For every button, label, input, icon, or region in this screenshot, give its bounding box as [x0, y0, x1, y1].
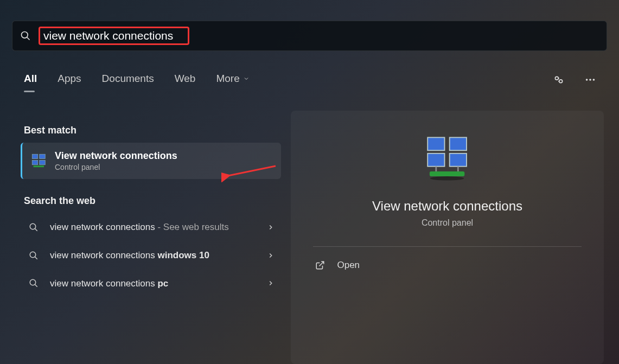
tab-more[interactable]: More — [216, 73, 249, 85]
chevron-right-icon — [267, 223, 275, 231]
svg-line-27 — [320, 261, 324, 266]
best-match-subtitle: Control panel — [55, 163, 177, 171]
tab-all[interactable]: All — [24, 73, 37, 85]
search-icon — [27, 251, 40, 260]
best-match-title: View network connections — [55, 150, 177, 162]
svg-rect-20 — [449, 137, 466, 150]
web-result-3[interactable]: view network connections pc — [21, 270, 281, 298]
svg-point-3 — [559, 80, 563, 83]
tab-web[interactable]: Web — [175, 73, 196, 85]
open-label: Open — [337, 260, 360, 271]
web-result-text: view network connections pc — [50, 277, 257, 290]
best-match-result[interactable]: View network connections Control panel — [21, 143, 281, 179]
svg-point-4 — [586, 79, 588, 81]
chevron-right-icon — [267, 279, 275, 287]
search-input[interactable] — [43, 29, 184, 42]
search-icon — [27, 278, 40, 288]
svg-point-13 — [30, 223, 36, 229]
svg-line-18 — [35, 285, 37, 288]
panel-subtitle: Control panel — [422, 218, 473, 228]
filter-tabs: All Apps Documents Web More — [24, 73, 250, 85]
svg-rect-10 — [40, 160, 46, 164]
svg-rect-19 — [427, 137, 444, 150]
svg-line-16 — [35, 257, 37, 259]
svg-rect-21 — [427, 154, 444, 167]
search-web-header: Search the web — [24, 195, 281, 207]
search-icon — [27, 222, 40, 232]
svg-line-1 — [27, 37, 30, 40]
svg-point-5 — [589, 79, 591, 81]
svg-point-6 — [593, 79, 595, 81]
best-match-header: Best match — [24, 125, 281, 136]
web-result-text: view network connections - See web resul… — [50, 221, 257, 234]
chevron-right-icon — [267, 252, 275, 259]
more-options-icon[interactable] — [584, 74, 596, 86]
svg-point-26 — [430, 176, 464, 180]
svg-rect-9 — [32, 160, 38, 164]
svg-rect-8 — [40, 154, 46, 158]
top-right-actions — [553, 74, 596, 86]
tab-apps[interactable]: Apps — [58, 73, 81, 85]
search-icon — [20, 30, 31, 41]
svg-rect-11 — [34, 165, 44, 167]
svg-point-17 — [30, 280, 36, 286]
svg-line-14 — [35, 228, 37, 231]
chevron-down-icon — [243, 75, 250, 82]
svg-rect-25 — [429, 171, 464, 176]
web-result-1[interactable]: view network connections - See web resul… — [21, 213, 281, 241]
tab-documents[interactable]: Documents — [102, 73, 154, 85]
svg-point-2 — [555, 76, 558, 80]
account-icon[interactable] — [553, 74, 565, 86]
svg-point-0 — [22, 32, 28, 39]
web-result-2[interactable]: view network connections windows 10 — [21, 241, 281, 270]
svg-rect-7 — [32, 154, 38, 158]
preview-panel: View network connections Control panel O… — [291, 111, 604, 364]
results-column: Best match View network connections Cont… — [21, 114, 281, 297]
tab-more-label: More — [216, 73, 239, 85]
svg-rect-22 — [449, 154, 466, 167]
svg-point-15 — [30, 252, 36, 258]
search-highlight-box — [39, 27, 189, 45]
network-connections-icon-large — [423, 133, 473, 183]
search-bar[interactable] — [12, 21, 607, 51]
open-external-icon — [315, 260, 325, 270]
network-connections-icon — [31, 153, 47, 169]
open-action[interactable]: Open — [313, 247, 581, 284]
web-result-text: view network connections windows 10 — [50, 249, 257, 262]
panel-title: View network connections — [372, 199, 522, 214]
